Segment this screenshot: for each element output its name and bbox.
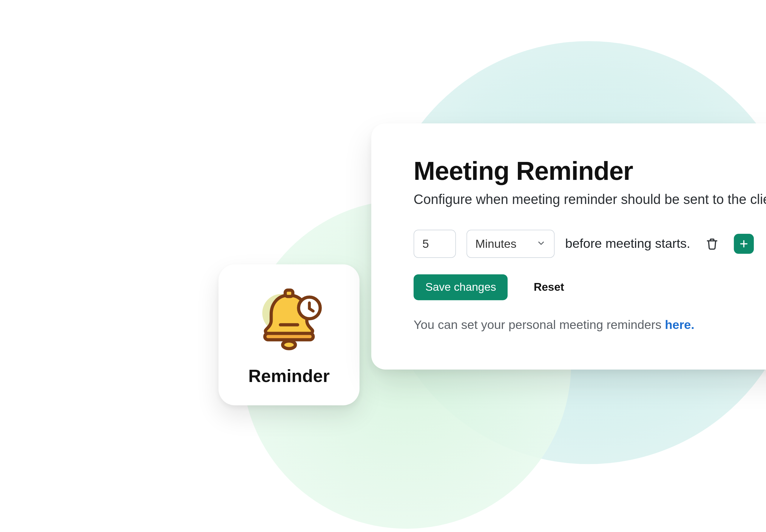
trash-icon bbox=[705, 237, 719, 251]
reminder-amount-input[interactable] bbox=[414, 230, 456, 258]
save-button[interactable]: Save changes bbox=[414, 274, 508, 300]
meeting-reminder-card: Meeting Reminder Configure when meeting … bbox=[371, 123, 766, 369]
personal-reminders-link[interactable]: here. bbox=[665, 318, 694, 331]
personal-reminders-hint: You can set your personal meeting remind… bbox=[414, 318, 766, 332]
svg-rect-2 bbox=[279, 323, 299, 327]
card-subtitle: Configure when meeting reminder should b… bbox=[414, 191, 766, 207]
bell-icon bbox=[251, 284, 327, 360]
reminder-badge-card: Reminder bbox=[219, 265, 360, 406]
reset-button[interactable]: Reset bbox=[522, 274, 576, 300]
reminder-unit-select[interactable]: Minutes bbox=[467, 230, 555, 258]
svg-point-4 bbox=[283, 341, 296, 349]
card-title: Meeting Reminder bbox=[414, 156, 766, 186]
reminder-trailing-text: before meeting starts. bbox=[565, 236, 690, 251]
svg-rect-3 bbox=[265, 333, 313, 340]
delete-reminder-button[interactable] bbox=[701, 233, 723, 255]
plus-icon bbox=[739, 239, 749, 249]
card-actions: Save changes Reset bbox=[414, 274, 766, 300]
hint-text: You can set your personal meeting remind… bbox=[414, 318, 665, 331]
chevron-down-icon bbox=[536, 237, 546, 250]
reminder-unit-selected: Minutes bbox=[475, 237, 516, 250]
reminder-row: Minutes before meeting starts. bbox=[414, 230, 766, 258]
reminder-badge-label: Reminder bbox=[248, 366, 330, 386]
add-reminder-button[interactable] bbox=[734, 234, 754, 254]
svg-rect-1 bbox=[285, 290, 293, 296]
